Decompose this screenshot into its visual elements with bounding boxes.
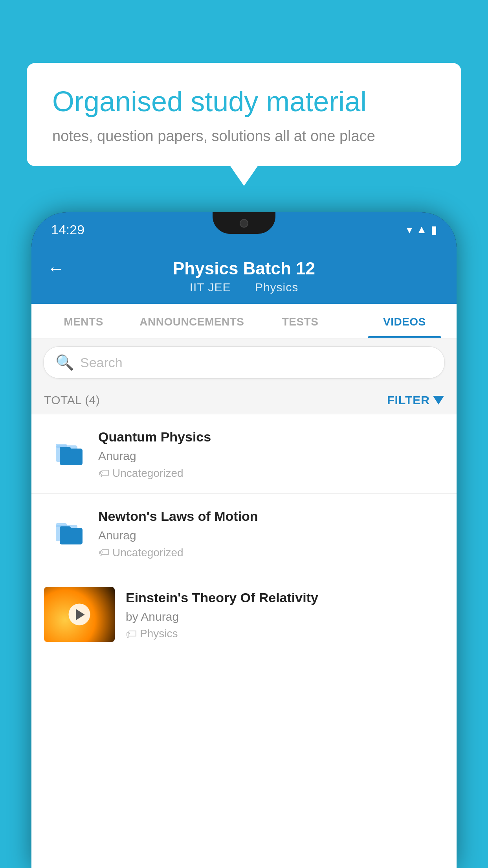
video-title: Quantum Physics	[98, 428, 444, 445]
folder-icon	[52, 516, 87, 551]
svg-rect-7	[60, 526, 71, 530]
video-author: by Anurag	[126, 610, 444, 623]
video-info: Newton's Laws of Motion Anurag 🏷 Uncateg…	[98, 508, 444, 559]
tag-icon: 🏷	[98, 546, 109, 559]
status-bar: 14:29 ▾ ▲ ▮	[31, 212, 457, 247]
tag-icon: 🏷	[98, 467, 109, 480]
subtitle-part2: Physics	[255, 281, 298, 294]
list-item[interactable]: Newton's Laws of Motion Anurag 🏷 Uncateg…	[31, 494, 457, 573]
video-tag: 🏷 Physics	[126, 627, 444, 640]
speech-bubble-section: Organised study material notes, question…	[27, 63, 461, 166]
speech-bubble: Organised study material notes, question…	[27, 63, 461, 166]
search-placeholder: Search	[80, 355, 123, 370]
video-title: Einstein's Theory Of Relativity	[126, 589, 444, 606]
wifi-icon: ▾	[407, 223, 412, 236]
app-header: ← Physics Batch 12 IIT JEE Physics	[31, 247, 457, 304]
video-tag: 🏷 Uncategorized	[98, 467, 444, 480]
total-count-label: TOTAL (4)	[44, 394, 100, 407]
battery-icon: ▮	[431, 223, 437, 236]
folder-icon	[52, 436, 87, 472]
tag-icon: 🏷	[126, 627, 137, 640]
total-filter-row: TOTAL (4) FILTER	[31, 386, 457, 414]
phone-frame: 14:29 ▾ ▲ ▮ ← Physics Batch 12 IIT JEE P…	[31, 212, 457, 868]
filter-icon	[433, 396, 444, 405]
svg-rect-3	[60, 447, 71, 451]
folder-svg-icon	[54, 438, 85, 470]
list-item[interactable]: Einstein's Theory Of Relativity by Anura…	[31, 573, 457, 656]
status-icons: ▾ ▲ ▮	[407, 223, 437, 236]
search-icon: 🔍	[55, 354, 74, 371]
video-list: Quantum Physics Anurag 🏷 Uncategorized	[31, 414, 457, 868]
page-title: Physics Batch 12	[173, 259, 315, 278]
svg-rect-2	[60, 449, 83, 465]
filter-button[interactable]: FILTER	[387, 394, 444, 407]
speech-bubble-subtext: notes, question papers, solutions all at…	[52, 128, 436, 145]
speech-bubble-heading: Organised study material	[52, 85, 436, 118]
search-container: 🔍 Search	[31, 338, 457, 386]
back-button[interactable]: ←	[47, 259, 64, 278]
subtitle-part1: IIT JEE	[190, 281, 231, 294]
video-info: Einstein's Theory Of Relativity by Anura…	[126, 589, 444, 640]
tab-tests[interactable]: TESTS	[248, 304, 352, 338]
video-author: Anurag	[98, 529, 444, 542]
phone-notch	[213, 212, 275, 234]
search-bar[interactable]: 🔍 Search	[43, 346, 445, 379]
svg-rect-6	[60, 528, 83, 544]
camera	[240, 219, 248, 228]
header-row: ← Physics Batch 12	[47, 259, 441, 278]
video-thumbnail	[44, 587, 115, 642]
folder-svg-icon	[54, 518, 85, 549]
play-icon	[76, 609, 84, 620]
tab-ments[interactable]: MENTS	[31, 304, 136, 338]
video-info: Quantum Physics Anurag 🏷 Uncategorized	[98, 428, 444, 480]
video-title: Newton's Laws of Motion	[98, 508, 444, 525]
video-author: Anurag	[98, 449, 444, 463]
play-button[interactable]	[69, 604, 90, 625]
signal-icon: ▲	[416, 223, 427, 236]
status-time: 14:29	[51, 222, 84, 237]
tab-bar: MENTS ANNOUNCEMENTS TESTS VIDEOS	[31, 304, 457, 338]
tab-announcements[interactable]: ANNOUNCEMENTS	[136, 304, 248, 338]
list-item[interactable]: Quantum Physics Anurag 🏷 Uncategorized	[31, 414, 457, 494]
tab-videos[interactable]: VIDEOS	[352, 304, 457, 338]
header-subtitle: IIT JEE Physics	[185, 281, 303, 294]
app-screen: ← Physics Batch 12 IIT JEE Physics MENTS…	[31, 247, 457, 868]
video-tag: 🏷 Uncategorized	[98, 546, 444, 559]
